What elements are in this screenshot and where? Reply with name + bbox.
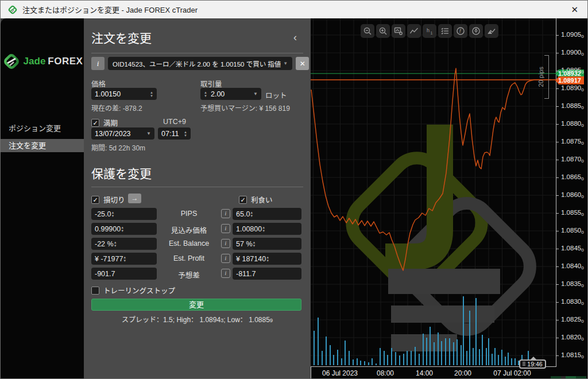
y-tick-label: 1.08950 — [561, 67, 584, 74]
y-tick-label: 1.08150 — [561, 351, 584, 358]
pip-ruler[interactable] — [548, 55, 549, 99]
chart-type-line-icon[interactable] — [407, 24, 421, 38]
zoom-in-icon[interactable] — [376, 24, 390, 38]
protection-row: -25.0▲▼PIPSi65.0▲▼ — [91, 208, 301, 220]
info-icon[interactable]: i — [221, 239, 230, 248]
chart-area[interactable]: h1f 20 pips 1.08932 1.08917 1.090501.090… — [311, 18, 588, 379]
window-title: 注文またはポジションを変更 - Jade FOREX cTrader — [22, 4, 568, 15]
protection-left-input[interactable]: -901.7 — [91, 268, 157, 280]
protection-title: 保護を変更 — [91, 164, 152, 181]
sidebar-menu: ポジション変更注文を変更 — [1, 122, 84, 152]
y-tick-label: 1.08200 — [561, 334, 584, 341]
divider — [91, 187, 303, 187]
y-tick — [556, 35, 559, 36]
sidebar-item-modify-position[interactable]: ポジション変更 — [1, 122, 84, 135]
y-tick — [556, 284, 559, 285]
countdown-value: 19:46 — [527, 361, 542, 368]
stepper[interactable]: ▲▼ — [123, 256, 126, 262]
expiry-time-value: 07:11 — [161, 130, 184, 138]
take-profit-checkbox-box[interactable]: ✓ — [239, 196, 247, 204]
protection-right-input[interactable]: 1.00800▲▼ — [233, 223, 301, 235]
volume-dropdown-icon[interactable]: ▼ — [253, 91, 258, 96]
stepper[interactable]: ▲▼ — [111, 211, 115, 218]
order-select[interactable]: OID14523、ユーロ／米ドル 2.00 を 1.00150 で買い 指値 ▼ — [108, 57, 292, 70]
x-tick-label: 20:00 — [454, 369, 471, 377]
protection-left-input[interactable]: ¥ -71977▲▼ — [91, 253, 157, 265]
indicators-list-icon[interactable] — [438, 24, 452, 38]
alerts-icon[interactable] — [469, 24, 483, 38]
price-note: 現在の差: -878.2 — [91, 103, 142, 113]
titlebar: 注文またはポジションを変更 - Jade FOREX cTrader ✕ — [1, 1, 587, 18]
order-close-button[interactable]: ✕ — [296, 57, 309, 70]
volume-stepper[interactable]: ▲▼ — [204, 91, 207, 98]
collapse-panel-icon[interactable]: ‹ — [293, 34, 297, 40]
trailing-stop-checkbox-box[interactable] — [91, 287, 99, 295]
protection-right-input[interactable]: ¥ 187140▲▼ — [233, 253, 301, 265]
stepper[interactable]: ▲▼ — [253, 241, 256, 247]
price-stepper[interactable]: ▲▼ — [150, 91, 153, 98]
sidebar-item-modify-order[interactable]: 注文を変更 — [1, 139, 84, 152]
chevron-down-icon: ▼ — [283, 61, 288, 66]
y-tick-label: 1.08450 — [561, 245, 584, 252]
protection-left-input[interactable]: -22 %▲▼ — [91, 238, 157, 250]
date-dropdown-icon[interactable]: ▼ — [146, 131, 151, 136]
volume-input[interactable]: ▲▼ 2.00 ▼ — [200, 88, 261, 100]
move-stop-loss-button[interactable]: → — [128, 194, 141, 203]
protection-right-input[interactable]: 57 %▲▼ — [233, 238, 301, 250]
hourglass-icon — [523, 362, 525, 366]
timeframe-h1-icon[interactable]: h1 — [423, 24, 436, 38]
chart-toolbar: h1f — [361, 24, 498, 38]
price-chart[interactable] — [311, 18, 556, 366]
stepper[interactable]: ▲▼ — [262, 226, 265, 233]
protection-left-input[interactable]: 0.99900▲▼ — [91, 223, 157, 235]
y-tick-label: 1.09000 — [561, 49, 584, 56]
info-icon[interactable]: i — [221, 209, 230, 218]
stepper[interactable]: ▲▼ — [114, 241, 117, 247]
stop-loss-checkbox[interactable]: ✓ 損切り — [91, 194, 125, 205]
y-tick-label: 1.08550 — [561, 209, 584, 216]
x-tick-label: 14:00 — [416, 369, 433, 377]
order-info-button[interactable]: i — [91, 57, 105, 70]
time-stepper[interactable]: ▲▼ — [184, 130, 187, 137]
stepper[interactable]: ▲▼ — [250, 211, 253, 218]
expiry-checkbox-box[interactable]: ✓ — [91, 119, 99, 127]
protection-right-input[interactable]: 65.0▲▼ — [233, 208, 301, 220]
stop-loss-checkbox-box[interactable]: ✓ — [91, 196, 99, 204]
window-close-icon[interactable]: ✕ — [568, 5, 581, 15]
y-tick-label: 1.08800 — [561, 120, 584, 127]
volume-unit: ロット — [265, 90, 287, 100]
info-icon[interactable]: i — [221, 269, 230, 278]
zoom-out-icon[interactable] — [361, 24, 374, 38]
stepper[interactable]: ▲▼ — [121, 226, 124, 233]
y-tick-label: 1.08400 — [561, 262, 584, 269]
trailing-stop-checkbox[interactable]: トレーリングストップ — [91, 285, 175, 296]
snapshot-icon[interactable] — [485, 24, 498, 38]
y-tick — [556, 195, 559, 196]
y-tick-label: 1.08750 — [561, 138, 584, 145]
take-profit-checkbox[interactable]: ✓ 利食い — [239, 194, 273, 205]
y-tick — [556, 71, 559, 71]
info-icon[interactable]: i — [221, 224, 230, 233]
stop-loss-label: 損切り — [103, 194, 125, 205]
expiry-date-input[interactable]: 13/07/2023 ▼ — [91, 127, 154, 140]
app-logo-icon — [7, 5, 18, 15]
y-tick — [556, 88, 559, 89]
y-tick — [556, 142, 559, 142]
info-icon[interactable]: i — [221, 254, 230, 263]
expiry-time-input[interactable]: 07:11 ▲▼ — [158, 127, 191, 140]
x-tick-label: 07 Jul 02:00 — [493, 369, 531, 377]
submit-button[interactable]: 変更 — [91, 299, 301, 311]
chart-settings-icon[interactable] — [392, 24, 405, 38]
protection-row: -22 %▲▼Est. Balancei57 %▲▼ — [91, 238, 301, 250]
pip-ruler-label: 20 pips — [537, 55, 545, 99]
protection-left-input[interactable]: -25.0▲▼ — [91, 208, 157, 220]
protection-right-input[interactable]: -811.7 — [233, 268, 301, 280]
stepper[interactable]: ▲▼ — [266, 256, 269, 262]
price-input[interactable]: 1.00150 ▲▼ — [91, 88, 157, 100]
y-tick-label: 1.08850 — [561, 102, 584, 109]
function-icon[interactable]: f — [454, 24, 467, 38]
sidebar: JadeFOREX ポジション変更注文を変更 — [1, 18, 84, 379]
cropped-status-strip — [551, 376, 586, 379]
price-axis[interactable]: 1.08932 1.08917 1.090501.090001.089501.0… — [556, 18, 588, 366]
expiry-checkbox[interactable]: ✓ 満期 — [91, 117, 118, 128]
